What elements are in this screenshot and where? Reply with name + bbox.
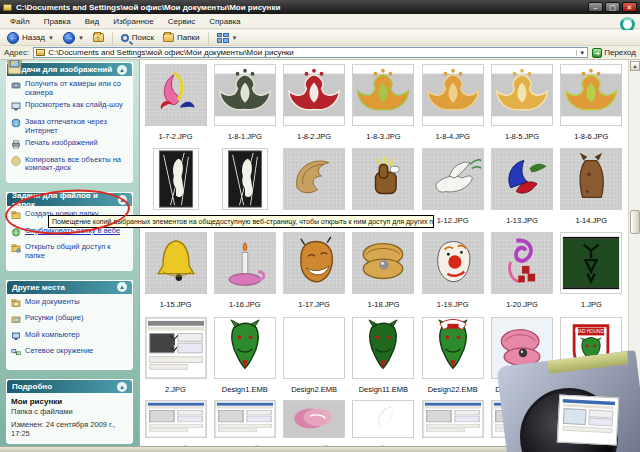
thumbnail-image[interactable]	[352, 148, 414, 210]
thumbnail-item[interactable]: 9.JPG	[419, 400, 486, 446]
thumbnail-image[interactable]	[283, 64, 345, 126]
task-link-cd[interactable]: Копировать все объекты на компакт-диск	[11, 156, 129, 173]
thumbnail-image[interactable]	[491, 148, 553, 210]
thumbnail-image[interactable]	[422, 148, 484, 210]
thumbnail-item[interactable]: 2.JPG	[142, 317, 209, 394]
thumbnail-item[interactable]: Безымянный.JPG	[281, 400, 348, 446]
thumbnail-item[interactable]: 1-15.JPG	[142, 232, 209, 309]
chevron-up-icon[interactable]: ▲	[117, 382, 127, 392]
thumbnail-image[interactable]	[560, 64, 622, 126]
thumbnail-image[interactable]	[283, 148, 345, 210]
task-link-folder-docs[interactable]: Мои документы	[11, 298, 129, 311]
chevron-up-icon[interactable]: ▲	[117, 65, 127, 75]
thumbnail-image[interactable]	[214, 400, 276, 438]
thumbnail-image[interactable]	[283, 232, 345, 294]
forward-dropdown-icon[interactable]: ▼	[78, 35, 84, 41]
thumbnail-item[interactable]: 1-8-5.JPG	[489, 64, 556, 141]
task-link-computer[interactable]: Мой компьютер	[11, 331, 129, 344]
thumbnail-item[interactable]: 1-18.JPG	[350, 232, 417, 309]
task-link-share-folder[interactable]: Открыть общий доступ к папке	[11, 243, 129, 260]
task-link-publish-web[interactable]: Опубликовать папку в вебе	[11, 227, 129, 240]
close-button[interactable]: ✕	[622, 2, 637, 12]
thumbnail-image[interactable]	[145, 64, 207, 126]
chevron-up-icon[interactable]: ▲	[118, 195, 128, 205]
section-header-file-tasks[interactable]: Задачи для файлов и папок▲	[7, 193, 132, 206]
thumbnail-image[interactable]	[214, 317, 276, 379]
thumbnail-item[interactable]: 1-17.JPG	[281, 232, 348, 309]
minimize-button[interactable]: –	[588, 2, 603, 12]
thumbnail-image[interactable]	[352, 317, 414, 379]
thumbnail-item[interactable]: 1-20.JPG	[489, 232, 556, 309]
task-link-printer[interactable]: Печать изображений	[11, 139, 129, 152]
thumbnail-image[interactable]	[214, 232, 276, 294]
menu-item-справка[interactable]: Справка	[203, 16, 246, 27]
menu-item-вид[interactable]: Вид	[79, 16, 105, 27]
thumbnail-item[interactable]: Design1.EMB	[211, 317, 278, 394]
section-header-details[interactable]: Подробно▲	[7, 380, 132, 393]
thumbnail-item[interactable]: 1-12.JPG	[419, 148, 486, 225]
back-dropdown-icon[interactable]: ▼	[48, 35, 54, 41]
thumbnail-image[interactable]	[352, 64, 414, 126]
thumbnail-image[interactable]	[422, 400, 484, 438]
section-header-picture-tasks[interactable]: Задачи для изображений▲	[7, 63, 132, 76]
thumbnail-image[interactable]	[145, 400, 207, 438]
forward-button[interactable]: → ▼	[60, 31, 87, 45]
menu-item-правка[interactable]: Правка	[38, 16, 77, 27]
thumbnail-item[interactable]: Design11.EMB	[350, 317, 417, 394]
menu-item-избранное[interactable]: Избранное	[107, 16, 160, 27]
thumbnail-item[interactable]: 1-8-2.JPG	[281, 64, 348, 141]
scroll-up-icon[interactable]: ▲	[630, 61, 640, 71]
address-dropdown-icon[interactable]: ▼	[576, 50, 585, 56]
thumbnail-item[interactable]: 1-9-2.JPG	[142, 148, 209, 225]
thumbnail-image[interactable]	[422, 317, 484, 379]
menu-item-сервис[interactable]: Сервис	[162, 16, 201, 27]
thumbnail-image[interactable]	[560, 232, 622, 294]
title-bar[interactable]: C:\Documents and Settings\мой офис\Мои д…	[0, 0, 640, 14]
thumbnail-image[interactable]	[422, 232, 484, 294]
thumbnail-item[interactable]: 1-16.JPG	[211, 232, 278, 309]
thumbnail-image[interactable]	[560, 148, 622, 210]
thumbnail-item[interactable]: 1-8-3.JPG	[350, 64, 417, 141]
views-button[interactable]: ▼	[214, 31, 241, 45]
thumbnail-item[interactable]: 1-8-1.JPG	[211, 64, 278, 141]
thumbnail-item[interactable]: 1.JPG	[558, 232, 625, 309]
maximize-button[interactable]: ▢	[605, 2, 620, 12]
back-button[interactable]: ← Назад ▼	[4, 31, 57, 45]
menu-item-файл[interactable]: Файл	[4, 16, 36, 27]
task-link-camera[interactable]: Получить от камеры или со сканера	[11, 80, 129, 97]
thumbnail-item[interactable]: 1-14.JPG	[558, 148, 625, 225]
thumbnail-image[interactable]	[222, 148, 268, 210]
thumbnail-image[interactable]	[352, 400, 414, 438]
folders-button[interactable]: Папки	[160, 31, 203, 45]
thumbnail-item[interactable]: новый-1.cpt	[350, 400, 417, 446]
thumbnail-image[interactable]	[214, 64, 276, 126]
address-input[interactable]: C:\Documents and Settings\мой офис\Мои д…	[33, 47, 588, 58]
chevron-up-icon[interactable]: ▲	[117, 282, 127, 292]
thumbnail-image[interactable]	[153, 148, 199, 210]
go-button[interactable]: ➜ Переход	[592, 48, 636, 58]
thumbnail-item[interactable]: 1-11.JPG	[350, 148, 417, 225]
thumbnail-image[interactable]	[145, 317, 207, 379]
task-link-network[interactable]: Сетевое окружение	[11, 347, 129, 360]
thumbnail-image[interactable]	[145, 232, 207, 294]
section-header-other-places[interactable]: Другие места▲	[7, 281, 132, 294]
views-dropdown-icon[interactable]: ▼	[232, 35, 238, 41]
thumbnail-image[interactable]	[491, 232, 553, 294]
thumbnail-item[interactable]: 1-8-6.JPG	[558, 64, 625, 141]
thumbnail-item[interactable]: Design22.EMB	[419, 317, 486, 394]
thumbnail-image[interactable]	[491, 64, 553, 126]
thumbnail-item[interactable]: 1-8-4.JPG	[419, 64, 486, 141]
thumbnail-item[interactable]: 1-10.JPG	[281, 148, 348, 225]
task-link-web-prints[interactable]: Заказ отпечатков через Интернет	[11, 118, 129, 135]
thumbnail-image[interactable]	[283, 400, 345, 438]
thumbnail-item[interactable]: 1-9.JPG	[211, 148, 278, 225]
thumbnail-item[interactable]: 1-7-2.JPG	[142, 64, 209, 141]
up-button[interactable]: ↑	[90, 31, 107, 45]
thumbnail-image[interactable]	[352, 232, 414, 294]
thumbnail-item[interactable]: 1-13.JPG	[489, 148, 556, 225]
scroll-thumb[interactable]	[630, 210, 640, 234]
thumbnail-item[interactable]: Безымянный.bmp	[211, 400, 278, 446]
task-link-slideshow[interactable]: Просмотреть как слайд-шоу	[11, 101, 129, 114]
search-button[interactable]: Поиск	[118, 31, 157, 45]
thumbnail-image[interactable]	[422, 64, 484, 126]
